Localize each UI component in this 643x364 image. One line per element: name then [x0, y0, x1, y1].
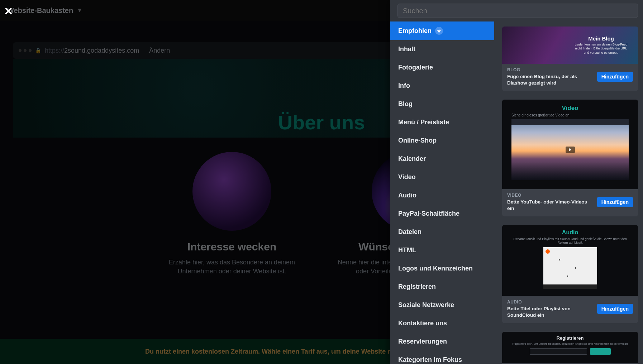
category-item[interactable]: Menü / Preisliste	[390, 113, 494, 131]
category-item[interactable]: Kontaktiere uns	[390, 314, 494, 332]
card-thumbnail[interactable]: AudioStreame Musik und Playlists mit Sou…	[502, 225, 638, 296]
feature-image	[192, 152, 271, 231]
section-card: Mein BlogLeider konnten wir deinen Blog-…	[502, 27, 638, 91]
category-item[interactable]: Video	[390, 168, 494, 186]
feature-title: Interesse wecken	[157, 241, 307, 253]
category-label: Registrieren	[398, 283, 436, 291]
card-meta: VIDEOBette YouTube- oder Vimeo-Videos ei…	[502, 189, 638, 216]
search-input[interactable]	[397, 4, 638, 18]
category-label: Reservierungen	[398, 338, 447, 345]
app-title: Website-Baukasten	[7, 6, 73, 15]
card-label: VIDEO	[507, 193, 593, 198]
hero-heading: Über uns	[278, 111, 365, 138]
add-button[interactable]: Hinzufügen	[597, 72, 633, 82]
category-item[interactable]: Empfohlen★	[390, 21, 494, 40]
category-item[interactable]: Soziale Netzwerke	[390, 296, 494, 314]
category-label: Menü / Preisliste	[398, 119, 449, 126]
card-desc: Bette YouTube- oder Vimeo-Videos ein	[507, 199, 593, 211]
category-label: Video	[398, 173, 416, 181]
category-item[interactable]: Reservierungen	[390, 332, 494, 351]
card-thumbnail[interactable]: RegistrierenRegistriere dich, um unsere …	[502, 332, 638, 363]
change-url-link[interactable]: Ändern	[149, 47, 170, 54]
card-desc: Bette Titel oder Playlist von SoundCloud…	[507, 306, 593, 318]
category-label: Online-Shop	[398, 137, 437, 144]
category-item[interactable]: PayPal-Schaltfläche	[390, 205, 494, 223]
category-item[interactable]: Online-Shop	[390, 131, 494, 150]
category-label: HTML	[398, 246, 416, 254]
section-card: VideoSiehe dir dieses großartige Video a…	[502, 100, 638, 216]
add-section-panel: Empfohlen★InhaltFotogalerieInfoBlogMenü …	[390, 0, 643, 364]
category-label: Logos und Kennzeichen	[398, 265, 473, 272]
add-button[interactable]: Hinzufügen	[597, 304, 633, 314]
card-meta: AUDIOBette Titel oder Playlist von Sound…	[502, 296, 638, 323]
url-text: https://2sound.godaddysites.com	[45, 47, 139, 54]
category-item[interactable]: Dateien	[390, 223, 494, 241]
category-label: Kontaktiere uns	[398, 320, 447, 327]
category-item[interactable]: Fotogalerie	[390, 58, 494, 77]
category-label: PayPal-Schaltfläche	[398, 210, 459, 217]
category-item[interactable]: Registrieren	[390, 278, 494, 296]
add-button[interactable]: Hinzufügen	[597, 197, 633, 207]
card-label: BLOG	[507, 67, 593, 72]
category-label: Blog	[398, 100, 413, 108]
category-label: Audio	[398, 192, 416, 199]
traffic-lights-icon	[19, 49, 32, 52]
category-label: Dateien	[398, 228, 421, 236]
category-item[interactable]: Kategorien im Fokus	[390, 351, 494, 364]
category-label: Soziale Netzwerke	[398, 301, 454, 309]
category-list[interactable]: Empfohlen★InhaltFotogalerieInfoBlogMenü …	[390, 21, 494, 364]
card-thumbnail[interactable]: Mein BlogLeider konnten wir deinen Blog-…	[502, 27, 638, 64]
card-meta: BLOGFüge einen Blog hinzu, der als Diash…	[502, 64, 638, 91]
section-cards[interactable]: Mein BlogLeider konnten wir deinen Blog-…	[494, 21, 643, 364]
card-desc: Füge einen Blog hinzu, der als Diashow g…	[507, 73, 593, 86]
close-icon[interactable]: ✕	[3, 6, 14, 16]
lock-icon: 🔒	[35, 48, 41, 53]
feature-block: Interesse wecken Erzähle hier, was das B…	[157, 152, 307, 276]
category-item[interactable]: Kalender	[390, 150, 494, 168]
card-label: AUDIO	[507, 300, 593, 305]
category-item[interactable]: Logos und Kennzeichen	[390, 259, 494, 278]
category-label: Fotogalerie	[398, 64, 433, 71]
star-icon: ★	[435, 27, 443, 35]
card-thumbnail[interactable]: VideoSiehe dir dieses großartige Video a…	[502, 100, 638, 189]
section-card: RegistrierenRegistriere dich, um unsere …	[502, 332, 638, 364]
section-card: AudioStreame Musik und Playlists mit Sou…	[502, 225, 638, 323]
category-label: Empfohlen	[398, 27, 432, 35]
category-item[interactable]: Info	[390, 77, 494, 95]
category-item[interactable]: HTML	[390, 241, 494, 259]
category-item[interactable]: Inhalt	[390, 40, 494, 58]
category-label: Info	[398, 82, 410, 90]
category-label: Inhalt	[398, 46, 415, 53]
category-label: Kalender	[398, 155, 426, 163]
category-label: Kategorien im Fokus	[398, 356, 462, 364]
feature-desc: Erzähle hier, was das Besondere an deine…	[157, 258, 307, 276]
category-item[interactable]: Audio	[390, 186, 494, 205]
category-item[interactable]: Blog	[390, 95, 494, 113]
chevron-down-icon[interactable]: ▼	[77, 7, 82, 14]
